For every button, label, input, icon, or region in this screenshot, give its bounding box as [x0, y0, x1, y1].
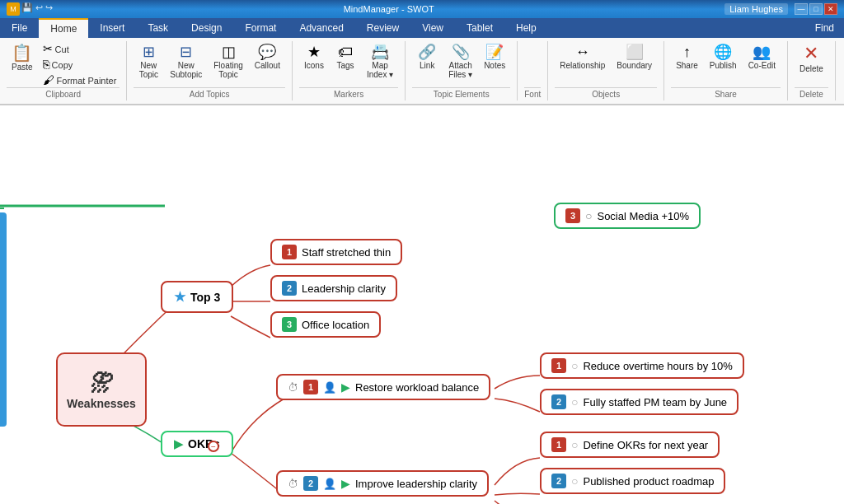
tab-help[interactable]: Help — [504, 18, 548, 38]
format-painter-button[interactable]: 🖌 Format Painter — [40, 72, 120, 87]
task1-subtask-2[interactable]: 2 ○ Fully staffed PM team by June — [540, 389, 738, 415]
ribbon-content: 📋 Paste ✂ Cut ⎘ Copy 🖌 Format Painter — [0, 38, 844, 105]
toolbar-icons: 💾 ↩ ↪ — [21, 2, 53, 16]
tab-design[interactable]: Design — [180, 18, 233, 38]
share-button[interactable]: ↑ Share — [671, 41, 703, 73]
ribbon-group-delete: ✕ Delete Delete — [788, 41, 836, 100]
paste-icon: 📋 — [12, 44, 32, 61]
co-edit-button[interactable]: 👥 Co-Edit — [743, 41, 781, 73]
ribbon-tab-bar: File Home Insert Task Design Format Adva… — [0, 18, 844, 38]
app-title: MindManager - SWOT — [53, 4, 724, 14]
central-node[interactable]: ⛈ Weaknesses — [56, 352, 147, 427]
ribbon-group-clipboard: 📋 Paste ✂ Cut ⎘ Copy 🖌 Format Painter — [0, 41, 127, 100]
tab-review[interactable]: Review — [355, 18, 410, 38]
new-subtopic-button[interactable]: ⊟ NewSubtopic — [165, 41, 207, 82]
st4-badge: 2 — [551, 474, 566, 488]
cut-button[interactable]: ✂ Cut — [40, 41, 120, 56]
okrs-collapse[interactable]: − — [208, 441, 219, 452]
title-bar: M 💾 ↩ ↪ MindManager - SWOT Liam Hughes —… — [0, 0, 844, 18]
item2-label: Leadership clarity — [302, 282, 386, 295]
tags-button[interactable]: 🏷 Tags — [331, 41, 360, 73]
st1-label: Reduce overtime hours by 10% — [583, 360, 732, 372]
clock-icon-1: ⏱ — [288, 381, 298, 394]
publish-button[interactable]: 🌐 Publish — [705, 41, 742, 73]
map-index-icon: 📇 — [371, 44, 389, 59]
callout-button[interactable]: 💬 Callout — [250, 41, 285, 73]
task1-label: Restore workload balance — [355, 381, 479, 394]
share-icon: ↑ — [683, 44, 691, 59]
icons-button[interactable]: ★ Icons — [299, 41, 329, 73]
tab-insert[interactable]: Insert — [88, 18, 136, 38]
notes-button[interactable]: 📝 Notes — [479, 41, 510, 73]
link-icon: 🔗 — [418, 44, 436, 59]
relationship-button[interactable]: ↔ Relationship — [555, 41, 610, 73]
paste-button[interactable]: 📋 Paste — [7, 41, 38, 75]
item2-badge: 2 — [282, 281, 297, 296]
st1-badge: 1 — [551, 358, 566, 373]
task2-play-icon: ▶ — [341, 477, 350, 490]
window-controls[interactable]: — □ ✕ — [795, 3, 837, 15]
task2-subtask-1[interactable]: 1 ○ Define OKRs for next year — [540, 432, 720, 458]
minimize-button[interactable]: — — [795, 3, 808, 15]
copy-icon: ⎘ — [43, 58, 49, 70]
circle-icon-2: ○ — [571, 395, 578, 408]
tab-file[interactable]: File — [0, 18, 39, 38]
st3-label: Define OKRs for next year — [583, 439, 708, 451]
app-icon: M — [7, 2, 20, 16]
tab-task[interactable]: Task — [136, 18, 180, 38]
st2-badge: 2 — [551, 394, 566, 409]
tab-tablet[interactable]: Tablet — [455, 18, 504, 38]
task2-subtask-2[interactable]: 2 ○ Published product roadmap — [540, 468, 725, 494]
user-name: Liam Hughes — [724, 3, 788, 15]
social-media-node[interactable]: 3 ○ Social Media +10% — [554, 203, 701, 229]
notes-icon: 📝 — [485, 44, 504, 59]
circle-icon-1: ○ — [571, 359, 578, 372]
item1-label: Staff stretched thin — [302, 246, 391, 259]
top3-item-3[interactable]: 3 Office location — [270, 311, 381, 338]
copy-button[interactable]: ⎘ Copy — [40, 57, 120, 72]
play-icon: ▶ — [174, 437, 183, 450]
link-button[interactable]: 🔗 Link — [412, 41, 442, 73]
ribbon-group-objects: ↔ Relationship ⬜ Boundary Objects — [548, 41, 664, 100]
top3-item-2[interactable]: 2 Leadership clarity — [270, 275, 397, 301]
tab-format[interactable]: Format — [233, 18, 288, 38]
ribbon: File Home Insert Task Design Format Adva… — [0, 18, 844, 105]
delete-button[interactable]: ✕ Delete — [795, 41, 828, 77]
tab-view[interactable]: View — [410, 18, 455, 38]
floating-topic-icon: ◫ — [222, 44, 236, 59]
attach-files-button[interactable]: 📎 AttachFiles ▾ — [443, 41, 477, 82]
close-button[interactable]: ✕ — [824, 3, 837, 15]
ribbon-group-markers: ★ Icons 🏷 Tags 📇 MapIndex ▾ Markers — [293, 41, 406, 100]
find-label: Find — [805, 18, 844, 38]
boundary-button[interactable]: ⬜ Boundary — [612, 41, 657, 73]
task2-priority-badge: 2 — [303, 476, 318, 491]
tab-home[interactable]: Home — [39, 18, 88, 38]
floating-topic-button[interactable]: ◫ FloatingTopic — [209, 41, 248, 82]
st3-badge: 1 — [551, 437, 566, 452]
star-icon: ★ — [174, 289, 185, 305]
new-topic-button[interactable]: ⊞ NewTopic — [134, 41, 163, 82]
clock-icon-2: ⏱ — [288, 478, 298, 490]
okrs-node[interactable]: ▶ OKRs — [161, 431, 233, 457]
task1-subtask-1[interactable]: 1 ○ Reduce overtime hours by 10% — [540, 352, 744, 379]
circle-icon-3: ○ — [571, 438, 578, 451]
task1-node[interactable]: ⏱ 1 👤 ▶ Restore workload balance — [276, 374, 490, 400]
central-label: Weaknesses — [67, 397, 136, 410]
map-index-button[interactable]: 📇 MapIndex ▾ — [362, 41, 398, 82]
ribbon-group-add-topics: ⊞ NewTopic ⊟ NewSubtopic ◫ FloatingTopic… — [127, 41, 293, 100]
top3-item-1[interactable]: 1 Staff stretched thin — [270, 239, 402, 265]
relationship-icon: ↔ — [575, 44, 590, 59]
st2-label: Fully staffed PM team by June — [583, 396, 727, 408]
top3-label: Top 3 — [190, 291, 220, 304]
left-edge-bar — [0, 212, 7, 427]
publish-icon: 🌐 — [714, 44, 732, 59]
task2-node[interactable]: ⏱ 2 👤 ▶ Improve leadership clarity — [276, 470, 489, 497]
top3-node[interactable]: ★ Top 3 — [161, 281, 233, 313]
maximize-button[interactable]: □ — [809, 3, 823, 15]
format-painter-icon: 🖌 — [43, 74, 54, 86]
tags-icon: 🏷 — [338, 44, 353, 59]
task2-label: Improve leadership clarity — [355, 478, 477, 490]
task1-play-icon: ▶ — [341, 380, 350, 394]
tab-advanced[interactable]: Advanced — [288, 18, 354, 38]
task1-priority-badge: 1 — [303, 380, 318, 394]
